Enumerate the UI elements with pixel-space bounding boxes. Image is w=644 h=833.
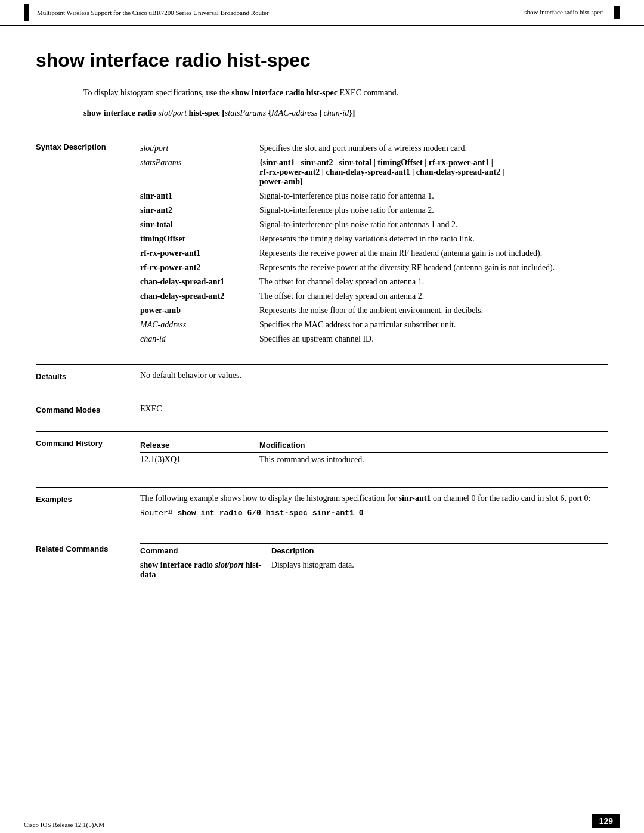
syntax-term: chan-id	[140, 332, 259, 346]
examples-bold-term: sinr-ant1	[399, 494, 431, 503]
syntax-term: rf-rx-power-ant2	[140, 261, 259, 275]
top-bar-left: Multipoint Wireless Support for the Cisc…	[24, 4, 269, 21]
command-modes-label: Command Modes	[36, 404, 140, 414]
syntax-description: Represents the receive power at the main…	[259, 246, 608, 261]
syntax-term: sinr-total	[140, 218, 259, 232]
syntax-row: statsParams{sinr-ant1 | sinr-ant2 | sinr…	[140, 156, 608, 189]
related-row: show interface radio slot/port hist-data…	[140, 558, 608, 583]
related-col1: Command	[140, 544, 271, 558]
related-command: show interface radio slot/port hist-data	[140, 558, 271, 583]
syntax-row: rf-rx-power-ant1Represents the receive p…	[140, 246, 608, 261]
syntax-term: sinr-ant1	[140, 189, 259, 203]
intro-text-after: EXEC command.	[338, 88, 398, 97]
command-history-content: Release Modification 12.1(3)XQ1This comm…	[140, 438, 608, 467]
top-bar-right-text: show interface radio hist-spec	[524, 8, 603, 16]
syntax-term: MAC-address	[140, 318, 259, 332]
defaults-label: Defaults	[36, 371, 140, 381]
top-bar: Multipoint Wireless Support for the Cisc…	[0, 0, 644, 26]
syntax-term: slot/port	[140, 141, 259, 156]
history-modification: This command was introduced.	[259, 453, 608, 467]
syntax-term: rf-rx-power-ant1	[140, 246, 259, 261]
syntax-term: sinr-ant2	[140, 203, 259, 218]
related-description: Displays histogram data.	[271, 558, 608, 583]
syntax-description: The offset for channel delay spread on a…	[259, 275, 608, 289]
syntax-mid: hist-spec [	[187, 109, 225, 117]
syntax-row: sinr-totalSignal-to-interference plus no…	[140, 218, 608, 232]
examples-text: The following example shows how to displ…	[140, 494, 608, 503]
related-col2: Description	[271, 544, 608, 558]
related-commands-section: Related Commands Command Description sho…	[36, 537, 608, 588]
syntax-description: Represents the receive power at the dive…	[259, 261, 608, 275]
intro-bold: show interface radio hist-spec	[231, 88, 338, 97]
related-commands-content: Command Description show interface radio…	[140, 543, 608, 582]
syntax-row: chan-delay-spread-ant2The offset for cha…	[140, 289, 608, 304]
history-col2: Modification	[259, 438, 608, 453]
syntax-row: power-ambRepresents the noise floor of t…	[140, 304, 608, 318]
syntax-description: {sinr-ant1 | sinr-ant2 | sinr-total | ti…	[259, 156, 608, 189]
intro-text-before: To display histogram specifications, use…	[83, 88, 231, 97]
syntax-description: Specifies the MAC address for a particul…	[259, 318, 608, 332]
syntax-table: slot/portSpecifies the slot and port num…	[140, 141, 608, 346]
syntax-term: power-amb	[140, 304, 259, 318]
defaults-section: Defaults No default behavior or values.	[36, 364, 608, 388]
examples-content: The following example shows how to displ…	[140, 494, 608, 518]
bar-icon	[24, 4, 29, 21]
syntax-description-content: slot/portSpecifies the slot and port num…	[140, 141, 608, 355]
command-modes-text: EXEC	[140, 404, 162, 413]
defaults-text: No default behavior or values.	[140, 371, 242, 380]
history-row: 12.1(3)XQ1This command was introduced.	[140, 453, 608, 467]
command-history-section: Command History Release Modification 12.…	[36, 431, 608, 478]
syntax-brace: {	[266, 109, 271, 117]
examples-section: Examples The following example shows how…	[36, 487, 608, 527]
syntax-row: chan-delay-spread-ant1The offset for cha…	[140, 275, 608, 289]
syntax-description: The offset for channel delay spread on a…	[259, 289, 608, 304]
examples-code-normal: Router#	[140, 509, 177, 518]
history-release: 12.1(3)XQ1	[140, 453, 259, 467]
syntax-description-section: Syntax Description slot/portSpecifies th…	[36, 135, 608, 355]
syntax-row: sinr-ant1Signal-to-interference plus noi…	[140, 189, 608, 203]
top-bar-left-text: Multipoint Wireless Support for the Cisc…	[37, 9, 269, 16]
footer-right: 129	[592, 814, 620, 828]
command-modes-section: Command Modes EXEC	[36, 398, 608, 422]
syntax-italic3: MAC-address	[271, 109, 317, 117]
syntax-italic2: statsParams	[225, 109, 266, 117]
top-bar-right-icon	[614, 6, 620, 19]
syntax-description: Represents the timing delay variations d…	[259, 232, 608, 246]
syntax-row: slot/portSpecifies the slot and port num…	[140, 141, 608, 156]
command-history-label: Command History	[36, 438, 140, 467]
examples-code-bold: show int radio 6/0 hist-spec sinr-ant1 0	[177, 509, 363, 518]
syntax-row: chan-idSpecifies an upstream channel ID.	[140, 332, 608, 346]
history-table: Release Modification 12.1(3)XQ1This comm…	[140, 438, 608, 467]
history-col1: Release	[140, 438, 259, 453]
syntax-row: MAC-addressSpecifies the MAC address for…	[140, 318, 608, 332]
syntax-description: Signal-to-interference plus noise ratio …	[259, 218, 608, 232]
command-modes-content: EXEC	[140, 404, 608, 414]
examples-label: Examples	[36, 494, 140, 518]
syntax-italic1: slot/port	[159, 109, 187, 117]
page-title: show interface radio hist-spec	[36, 49, 608, 72]
top-bar-right: show interface radio hist-spec	[524, 6, 620, 19]
syntax-bold: show interface radio	[83, 109, 159, 117]
related-table: Command Description show interface radio…	[140, 543, 608, 582]
syntax-line: show interface radio slot/port hist-spec…	[83, 109, 608, 118]
syntax-description: Represents the noise floor of the ambien…	[259, 304, 608, 318]
page-number: 129	[592, 814, 620, 828]
intro-paragraph: To display histogram specifications, use…	[83, 88, 608, 98]
defaults-content: No default behavior or values.	[140, 371, 608, 381]
footer-left-text: Cisco IOS Release 12.1(5)XM	[24, 821, 104, 828]
syntax-italic4: chan-id	[323, 109, 349, 117]
syntax-term: chan-delay-spread-ant2	[140, 289, 259, 304]
syntax-row: rf-rx-power-ant2Represents the receive p…	[140, 261, 608, 275]
syntax-description-label: Syntax Description	[36, 141, 140, 355]
examples-code-line: Router# show int radio 6/0 hist-spec sin…	[140, 508, 608, 518]
syntax-row: sinr-ant2Signal-to-interference plus noi…	[140, 203, 608, 218]
main-content: show interface radio hist-spec To displa…	[0, 26, 644, 624]
syntax-term: chan-delay-spread-ant1	[140, 275, 259, 289]
syntax-description: Specifies the slot and port numbers of a…	[259, 141, 608, 156]
syntax-end: }]	[349, 109, 355, 117]
examples-text-before: The following example shows how to displ…	[140, 494, 399, 503]
syntax-bar: |	[317, 109, 323, 117]
syntax-term: statsParams	[140, 156, 259, 189]
footer: Cisco IOS Release 12.1(5)XM 129	[0, 809, 644, 833]
syntax-description: Signal-to-interference plus noise ratio …	[259, 189, 608, 203]
